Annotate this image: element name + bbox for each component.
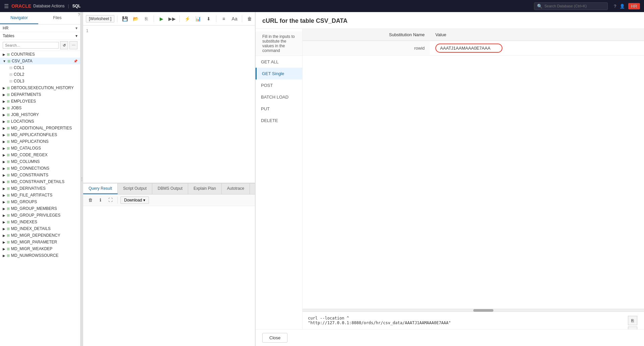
run-script-button[interactable]: ▶▶ — [167, 14, 177, 23]
nav-get-single[interactable]: GET Single — [256, 68, 302, 79]
run-button[interactable]: ▶ — [157, 14, 166, 23]
tab-files[interactable]: Files — [38, 12, 76, 24]
copy-button[interactable]: ⎘ — [142, 14, 151, 23]
tree-item-CSV_DATA[interactable]: ▼ ⊞ CSV_DATA 📌 — [0, 58, 80, 64]
table-row: rowid — [303, 41, 644, 56]
schema-selector[interactable]: HR ▾ — [0, 24, 80, 32]
tab-navigator[interactable]: Navigator — [0, 12, 38, 24]
expand-icon: ▶ — [3, 220, 5, 224]
user-icon[interactable]: 👤 — [620, 4, 625, 9]
tree-item-COL1[interactable]: ⊟ COL1 — [0, 64, 80, 71]
tree-item-COL3[interactable]: ⊟ COL3 — [0, 78, 80, 84]
curl-copy-button[interactable]: ⎘ — [628, 316, 637, 325]
tree-item-MD_MIGR_DEPENDENCY[interactable]: ▶ ⊞ MD_MIGR_DEPENDENCY — [0, 232, 80, 239]
tree-item-MD_CONSTRAINTS[interactable]: ▶ ⊞ MD_CONSTRAINTS — [0, 172, 80, 178]
tree-item-MD_CONSTRAINT_DETAILS[interactable]: ▶ ⊞ MD_CONSTRAINT_DETAILS — [0, 178, 80, 185]
tree-item-MD_ADDITIONAL_PROPERTIES[interactable]: ▶ ⊞ MD_ADDITIONAL_PROPERTIES — [0, 125, 80, 131]
tree-item-MD_DERIVATIVES[interactable]: ▶ ⊞ MD_DERIVATIVES — [0, 185, 80, 192]
tree-item-label: MD_GROUPS — [11, 199, 37, 204]
tree-item-MD_CONNECTIONS[interactable]: ▶ ⊞ MD_CONNECTIONS — [0, 165, 80, 172]
tree-item-MD_MIGR_WEAKDEP[interactable]: ▶ ⊞ MD_MIGR_WEAKDEP — [0, 245, 80, 252]
format-button[interactable]: ≡ — [219, 14, 228, 23]
rowid-input[interactable] — [435, 44, 502, 53]
tree-item-MD_FILE_ARTIFACTS[interactable]: ▶ ⊞ MD_FILE_ARTIFACTS — [0, 192, 80, 198]
expand-icon: ▶ — [3, 193, 5, 197]
more-options-button[interactable]: ⋯ — [69, 41, 77, 49]
global-search-input[interactable] — [544, 4, 598, 8]
tree-item-MD_CATALOGS[interactable]: ▶ ⊞ MD_CATALOGS — [0, 145, 80, 152]
table-icon: ⊞ — [7, 233, 10, 238]
tree-item-MD_INDEX_DETAILS[interactable]: ▶ ⊞ MD_INDEX_DETAILS — [0, 225, 80, 232]
save-button[interactable]: 💾 — [120, 14, 129, 23]
curl-expand-button[interactable]: ⛶ — [628, 327, 637, 329]
refresh-button[interactable]: ↺ — [60, 41, 68, 49]
case-button[interactable]: Aa — [230, 14, 239, 23]
sidebar: Navigator Files ? HR ▾ Tables ▾ ↺ ⋯ ▶ ⊞ … — [0, 12, 80, 346]
worksheet-label[interactable]: [Worksheet ] — [86, 15, 114, 22]
table-icon: ⊞ — [7, 220, 10, 224]
tree-item-MD_APPLICATIONS[interactable]: ▶ ⊞ MD_APPLICATIONS — [0, 138, 80, 145]
tree-item-MD_CODE_REGEX[interactable]: ▶ ⊞ MD_CODE_REGEX — [0, 152, 80, 158]
nav-get-all[interactable]: GET ALL — [256, 56, 302, 68]
expand-icon: ▶ — [3, 187, 5, 190]
tree-item-MD_GROUPS[interactable]: ▶ ⊞ MD_GROUPS — [0, 198, 80, 205]
tab-autotrace[interactable]: Autotrace — [222, 183, 250, 194]
tree-item-label: COUNTRIES — [11, 52, 35, 57]
autotrace-button[interactable]: 📊 — [193, 14, 203, 23]
result-info-button[interactable]: ℹ — [96, 196, 105, 205]
tab-query-result[interactable]: Query Result — [83, 183, 118, 194]
resize-handle[interactable] — [80, 12, 83, 346]
expand-icon: ▶ — [3, 100, 5, 103]
hamburger-icon[interactable]: ☰ — [4, 3, 9, 9]
nav-delete[interactable]: DELETE — [256, 115, 302, 126]
tree-item-MD_NUMROWSSOURCE[interactable]: ▶ ⊞ MD_NUMROWSSOURCE — [0, 252, 80, 259]
tree-item-label: MD_NUMROWSSOURCE — [11, 253, 58, 258]
download-button[interactable]: ⬇ — [204, 14, 213, 23]
tree-item-label: MD_CONSTRAINT_DETAILS — [11, 179, 64, 184]
tree-item-JOBS[interactable]: ▶ ⊞ JOBS — [0, 105, 80, 111]
tab-script-output[interactable]: Script Output — [118, 183, 152, 194]
close-button[interactable]: Close — [262, 333, 287, 343]
tables-label: Tables — [3, 34, 14, 38]
explain-button[interactable]: ⚡ — [182, 14, 192, 23]
nav-post[interactable]: POST — [256, 79, 302, 91]
help-icon[interactable]: ? — [614, 4, 616, 9]
table-icon: ⊞ — [7, 207, 10, 211]
sidebar-help-icon[interactable]: ? — [78, 12, 80, 24]
tree-item-COUNTRIES[interactable]: ▶ ⊞ COUNTRIES — [0, 51, 80, 58]
open-button[interactable]: 📂 — [131, 14, 140, 23]
tree-search-input[interactable] — [3, 42, 59, 49]
tree-item-LOCATIONS[interactable]: ▶ ⊞ LOCATIONS — [0, 118, 80, 125]
result-delete-button[interactable]: 🗑 — [86, 196, 95, 205]
tab-explain-plan[interactable]: Explain Plan — [188, 183, 222, 194]
tree-item-DBTOOLSEXECUTION_HISTORY[interactable]: ▶ ⊞ DBTOOLSEXECUTION_HISTORY — [0, 84, 80, 91]
tree-item-label: MD_MIGR_DEPENDENCY — [11, 233, 60, 238]
tree-item-MD_INDEXES[interactable]: ▶ ⊞ MD_INDEXES — [0, 219, 80, 225]
result-expand-button[interactable]: ⛶ — [106, 196, 115, 205]
tab-dbms-output[interactable]: DBMS Output — [152, 183, 188, 194]
modal-header: cURL for the table CSV_DATA — [256, 12, 644, 29]
nav-put[interactable]: PUT — [256, 103, 302, 115]
tree-item-label: MD_COLUMNS — [11, 159, 40, 164]
tree-item-DEPARTMENTS[interactable]: ▶ ⊞ DEPARTMENTS — [0, 91, 80, 98]
result-toolbar-sep — [117, 197, 118, 204]
nav-batch-load[interactable]: BATCH LOAD — [256, 91, 302, 103]
tree-item-MD_GROUP_PRIVILEGES[interactable]: ▶ ⊞ MD_GROUP_PRIVILEGES — [0, 212, 80, 219]
tree-item-MD_APPLICATIONFILES[interactable]: ▶ ⊞ MD_APPLICATIONFILES — [0, 131, 80, 138]
table-icon: ⊞ — [7, 180, 10, 184]
tree-item-MD_MIGR_PARAMETER[interactable]: ▶ ⊞ MD_MIGR_PARAMETER — [0, 239, 80, 245]
scroll-track[interactable] — [303, 309, 644, 311]
delete-button[interactable]: 🗑 — [245, 14, 254, 23]
download-result-button[interactable]: Download ▾ — [120, 196, 149, 204]
tree-item-COL2[interactable]: ⊟ COL2 — [0, 71, 80, 78]
tables-arrow[interactable]: ▾ — [75, 34, 77, 38]
value-cell — [430, 41, 644, 56]
tree-item-label: MD_MIGR_PARAMETER — [11, 240, 57, 244]
tree-item-EMPLOYEES[interactable]: ▶ ⊞ EMPLOYEES — [0, 98, 80, 105]
global-search-box[interactable]: 🔍 — [534, 2, 608, 10]
tree-item-MD_COLUMNS[interactable]: ▶ ⊞ MD_COLUMNS — [0, 158, 80, 165]
tree-item-JOB_HISTORY[interactable]: ▶ ⊞ JOB_HISTORY — [0, 111, 80, 118]
hr-badge[interactable]: HR — [628, 3, 640, 9]
schema-dropdown-arrow[interactable]: ▾ — [75, 26, 77, 31]
tree-item-MD_GROUP_MEMBERS[interactable]: ▶ ⊞ MD_GROUP_MEMBERS — [0, 205, 80, 212]
